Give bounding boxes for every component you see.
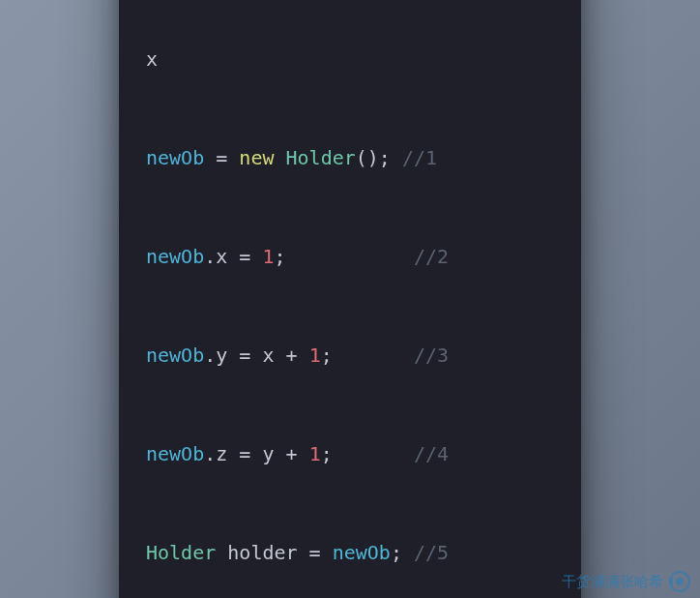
token-variable: newOb <box>146 146 204 169</box>
token-comment: //1 <box>402 146 437 169</box>
token-punctuation: (); <box>356 146 391 169</box>
code-block: x newOb = new Holder(); //1 newOb.x = 1;… <box>146 0 554 598</box>
watermark: 干货满满张哈希 <box>562 569 692 594</box>
token-comment: //4 <box>414 442 449 465</box>
token-number: 1 <box>262 245 274 268</box>
token-operator: = <box>216 146 227 169</box>
code-line-2: newOb.x = 1; //2 <box>146 240 554 273</box>
token-number: 1 <box>309 442 321 465</box>
token-variable: newOb <box>146 245 204 268</box>
svg-point-1 <box>676 578 684 585</box>
token-keyword: new <box>239 146 274 169</box>
code-line-5: Holder holder = newOb; //5 <box>146 536 554 569</box>
code-line-0: x <box>146 43 554 75</box>
watermark-text: 干货满满张哈希 <box>562 573 663 591</box>
code-line-3: newOb.y = x + 1; //3 <box>146 339 554 372</box>
token-number: 1 <box>309 344 321 367</box>
token-variable: newOb <box>146 442 204 465</box>
token-type: Holder <box>146 541 216 564</box>
token: x <box>146 47 158 71</box>
code-line-1: newOb = new Holder(); //1 <box>146 141 554 174</box>
code-line-4: newOb.z = y + 1; //4 <box>146 437 554 470</box>
token-variable: newOb <box>146 344 204 367</box>
token-type: Holder <box>286 146 356 169</box>
watermark-icon <box>667 569 692 594</box>
token-comment: //2 <box>414 245 449 268</box>
token-comment: //3 <box>414 344 449 367</box>
token-comment: //5 <box>414 541 449 564</box>
code-window: x newOb = new Holder(); //1 newOb.x = 1;… <box>119 0 581 598</box>
